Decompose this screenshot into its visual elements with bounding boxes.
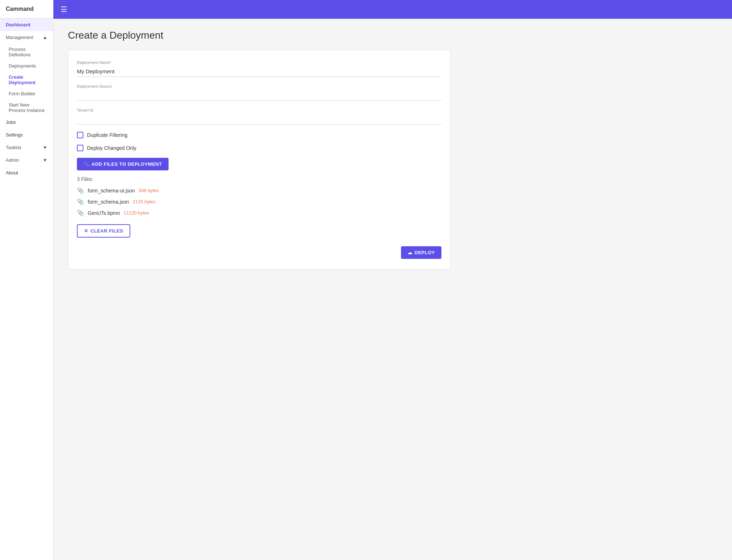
add-files-button[interactable]: 📎 ADD FILES TO DEPLOYMENT [77,158,169,170]
sidebar-item-about[interactable]: About [0,166,53,179]
sidebar-item-create-deployment[interactable]: Create Deployment [0,71,53,88]
tenant-id-input[interactable] [77,114,441,125]
file-size-1: 2125 bytes [132,199,156,204]
file-name-0: form_schema-ut.json [88,188,135,194]
management-label: Management [6,35,33,40]
sidebar-item-dashboard[interactable]: Dashboard [0,18,53,31]
sidebar-section-admin[interactable]: Admin ▼ [0,154,53,166]
file-icon-1: 📎 [77,198,84,205]
duplicate-filtering-row: Duplicate Filtering [77,132,441,138]
app-logo: Cammand [0,0,53,18]
main-layout: ☰ Create a Deployment Deployment Name* D… [53,0,732,560]
topbar: ☰ [53,0,732,19]
sidebar-item-form-builder[interactable]: Form Builder [0,88,53,99]
sidebar-section-tasklist[interactable]: Tasklist ▼ [0,141,53,154]
file-size-0: 348 bytes [139,188,159,193]
tenant-id-field: Tenant Id [77,108,441,125]
admin-label: Admin [6,157,19,163]
deployment-name-input[interactable] [77,66,441,77]
file-item-1: 📎 form_schema.json 2125 bytes [77,196,441,207]
sidebar-item-start-new-process[interactable]: Start New Process Instance [0,99,53,116]
deployment-name-field: Deployment Name* [77,60,441,77]
sidebar-item-settings[interactable]: Settings [0,129,53,141]
hamburger-icon[interactable]: ☰ [61,5,67,14]
sidebar-item-deployments[interactable]: Deployments [0,60,53,71]
sidebar-item-jobs[interactable]: Jobs [0,116,53,129]
deploy-button[interactable]: ☁ DEPLOY [401,246,441,259]
file-list: 📎 form_schema-ut.json 348 bytes 📎 form_s… [77,185,441,218]
file-name-1: form_schema.json [88,199,129,205]
files-count: 3 Files: [77,176,441,182]
duplicate-filtering-label: Duplicate Filtering [87,132,127,138]
sidebar-item-process-definitions[interactable]: Process Definitions [0,44,53,60]
page-title: Create a Deployment [68,30,718,41]
sidebar-section-management[interactable]: Management ▲ [0,31,53,44]
tasklist-label: Tasklist [6,145,21,150]
clear-files-button[interactable]: ✕ CLEAR FILES [77,224,130,238]
sidebar: Cammand Dashboard Management ▲ Process D… [0,0,53,560]
deployment-name-label: Deployment Name* [77,60,441,65]
paperclip-icon: 📎 [83,161,90,167]
file-size-2: 11120 bytes [123,210,149,216]
chevron-up-icon: ▲ [43,35,47,40]
deployment-source-input[interactable] [77,90,441,101]
file-item-2: 📎 GenUTs.bpmn 11120 bytes [77,207,441,218]
chevron-down-icon-2: ▼ [43,157,47,163]
deploy-changed-only-checkbox[interactable] [77,145,83,151]
file-item-0: 📎 form_schema-ut.json 348 bytes [77,185,441,196]
cloud-upload-icon: ☁ [408,250,413,255]
x-icon: ✕ [84,228,88,234]
create-deployment-card: Deployment Name* Deployment Source Tenan… [68,50,450,269]
deploy-row: ☁ DEPLOY [77,246,441,259]
file-name-2: GenUTs.bpmn [88,210,120,216]
file-icon-2: 📎 [77,209,84,216]
clear-files-section: ✕ CLEAR FILES [77,224,441,238]
file-icon-0: 📎 [77,187,84,194]
tenant-id-label: Tenant Id [77,108,441,112]
main-content: Create a Deployment Deployment Name* Dep… [53,19,732,560]
deploy-changed-only-label: Deploy Changed Only [87,145,136,151]
add-files-section: 📎 ADD FILES TO DEPLOYMENT [77,158,441,170]
chevron-down-icon: ▼ [43,145,47,150]
deployment-source-field: Deployment Source [77,84,441,101]
deploy-changed-only-row: Deploy Changed Only [77,145,441,151]
duplicate-filtering-checkbox[interactable] [77,132,83,138]
deployment-source-label: Deployment Source [77,84,441,88]
